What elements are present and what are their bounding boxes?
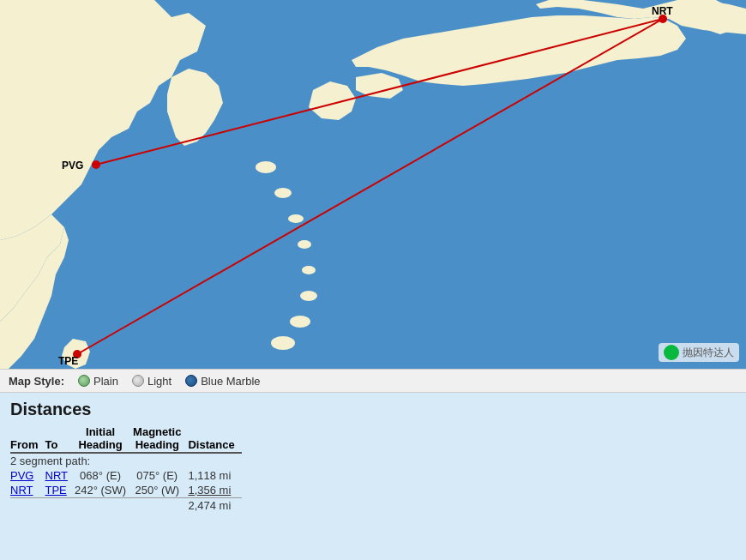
map-style-plain[interactable]: Plain bbox=[78, 375, 118, 388]
nrt-from-link[interactable]: NRT bbox=[10, 484, 33, 497]
svg-point-7 bbox=[290, 316, 310, 328]
row1-from: PVG bbox=[10, 468, 45, 483]
map-style-label: Map Style: bbox=[9, 375, 64, 388]
distances-title: Distances bbox=[10, 400, 736, 419]
svg-text:TPE: TPE bbox=[58, 355, 78, 367]
row2-initial: 242° (SW) bbox=[75, 483, 133, 498]
col-header-to: To bbox=[45, 425, 75, 453]
light-globe-icon bbox=[132, 375, 144, 387]
row1-distance: 1,118 mi bbox=[188, 468, 241, 483]
total-row: 2,474 mi bbox=[10, 498, 242, 514]
info-panel: Distances From To Initial Heading Magnet… bbox=[0, 393, 746, 523]
row2-distance: 1,356 mi bbox=[188, 483, 241, 498]
map-style-blue-marble[interactable]: Blue Marble bbox=[185, 375, 260, 388]
plain-label: Plain bbox=[93, 375, 118, 388]
col-header-from: From bbox=[10, 425, 45, 453]
wechat-icon bbox=[664, 345, 679, 360]
row2-magnetic: 250° (W) bbox=[133, 483, 188, 498]
svg-point-4 bbox=[298, 240, 311, 249]
svg-text:PVG: PVG bbox=[62, 160, 83, 172]
col-header-distance: Distance bbox=[188, 425, 241, 453]
svg-text:NRT: NRT bbox=[652, 5, 673, 17]
map-style-bar: Map Style: Plain Light Blue Marble bbox=[0, 369, 746, 393]
row1-initial: 068° (E) bbox=[75, 468, 133, 483]
table-row: PVG NRT 068° (E) 075° (E) 1,118 mi bbox=[10, 468, 242, 483]
plain-globe-icon bbox=[78, 375, 90, 387]
light-label: Light bbox=[147, 375, 171, 388]
svg-point-14 bbox=[92, 160, 100, 169]
row2-to: TPE bbox=[45, 483, 75, 498]
row1-to: NRT bbox=[45, 468, 75, 483]
svg-point-2 bbox=[274, 188, 292, 198]
col-header-initial-heading: Initial Heading bbox=[75, 425, 133, 453]
row1-magnetic: 075° (E) bbox=[133, 468, 188, 483]
segment-label-row: 2 segment path: bbox=[10, 453, 242, 468]
map-container: NRT PVG TPE 抛因特达人 bbox=[0, 0, 746, 369]
svg-point-6 bbox=[300, 291, 317, 301]
table-row: NRT TPE 242° (SW) 250° (W) 1,356 mi bbox=[10, 483, 242, 498]
pvg-from-link[interactable]: PVG bbox=[10, 469, 33, 482]
tpe-to-link[interactable]: TPE bbox=[45, 484, 67, 497]
row2-from: NRT bbox=[10, 483, 45, 498]
watermark: 抛因特达人 bbox=[659, 343, 739, 362]
blue-globe-icon bbox=[185, 375, 197, 387]
distances-table: From To Initial Heading Magnetic Heading… bbox=[10, 425, 242, 513]
blue-marble-label: Blue Marble bbox=[201, 375, 260, 388]
col-header-magnetic-heading: Magnetic Heading bbox=[133, 425, 188, 453]
svg-point-3 bbox=[288, 214, 304, 223]
total-distance: 2,474 mi bbox=[188, 498, 241, 514]
segment-label: 2 segment path: bbox=[10, 453, 242, 468]
watermark-text: 抛因特达人 bbox=[683, 346, 734, 360]
svg-point-8 bbox=[271, 336, 295, 350]
nrt-to-link[interactable]: NRT bbox=[45, 469, 68, 482]
map-style-light[interactable]: Light bbox=[132, 375, 171, 388]
svg-point-5 bbox=[302, 266, 316, 274]
svg-point-1 bbox=[256, 161, 276, 173]
